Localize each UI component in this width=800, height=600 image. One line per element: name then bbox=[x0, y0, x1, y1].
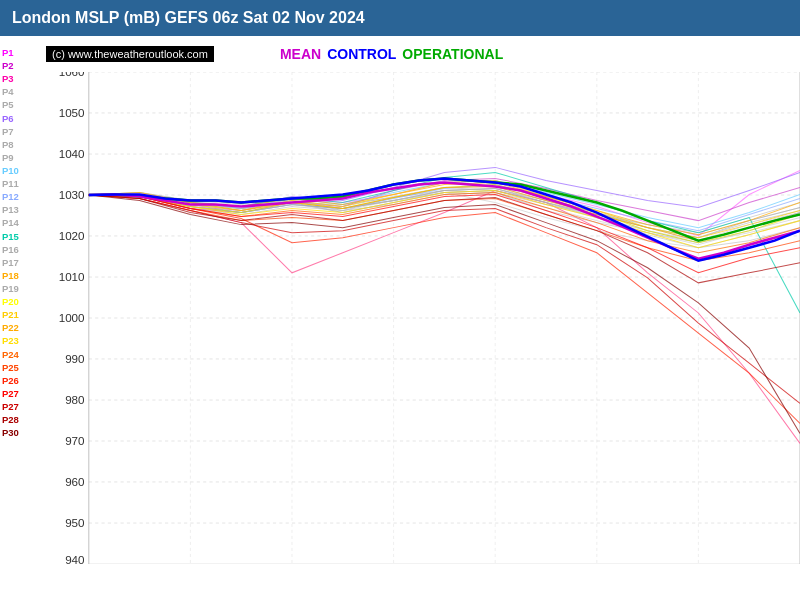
legend-item-p19: P19 bbox=[2, 282, 38, 295]
svg-text:960: 960 bbox=[65, 476, 84, 488]
top-legend: (c) www.theweatheroutlook.com MEAN CONTR… bbox=[38, 36, 800, 72]
legend-item-p26: P26 bbox=[2, 374, 38, 387]
legend-item-p6: P6 bbox=[2, 112, 38, 125]
svg-text:940: 940 bbox=[65, 554, 84, 564]
svg-text:1020: 1020 bbox=[59, 230, 85, 242]
chart-svg: 1060 1050 1040 1030 1020 1010 1000 990 9… bbox=[38, 72, 800, 564]
legend-item-p1: P1 bbox=[2, 46, 38, 59]
chart-title: London MSLP (mB) GEFS 06z Sat 02 Nov 202… bbox=[0, 0, 800, 36]
legend-item-p8: P8 bbox=[2, 138, 38, 151]
x-axis bbox=[38, 564, 800, 600]
legend-item-p9: P9 bbox=[2, 151, 38, 164]
watermark: (c) www.theweatheroutlook.com bbox=[46, 46, 214, 62]
legend-item-p23: P23 bbox=[2, 334, 38, 347]
operational-label: OPERATIONAL bbox=[402, 46, 503, 62]
legend-item-p2: P2 bbox=[2, 59, 38, 72]
legend-item-p5: P5 bbox=[2, 98, 38, 111]
svg-text:1010: 1010 bbox=[59, 271, 85, 283]
legend-item-p7: P7 bbox=[2, 125, 38, 138]
svg-text:1030: 1030 bbox=[59, 189, 85, 201]
legend-item-p21: P21 bbox=[2, 308, 38, 321]
legend-item-p3: P3 bbox=[2, 72, 38, 85]
legend-item-p18: P18 bbox=[2, 269, 38, 282]
svg-text:990: 990 bbox=[65, 353, 84, 365]
legend-item-p24: P24 bbox=[2, 348, 38, 361]
mean-label: MEAN bbox=[280, 46, 321, 62]
legend-item-p12: P12 bbox=[2, 190, 38, 203]
legend-item-p4: P4 bbox=[2, 85, 38, 98]
svg-text:1000: 1000 bbox=[59, 312, 85, 324]
legend-item-p10: P10 bbox=[2, 164, 38, 177]
legend-item-p13: P13 bbox=[2, 203, 38, 216]
legend-item-p11: P11 bbox=[2, 177, 38, 190]
legend-item-p20: P20 bbox=[2, 295, 38, 308]
legend-item-p30: P30 bbox=[2, 426, 38, 439]
legend-item-p16: P16 bbox=[2, 243, 38, 256]
control-label: CONTROL bbox=[327, 46, 396, 62]
svg-text:1050: 1050 bbox=[59, 107, 85, 119]
legend-item-p25: P25 bbox=[2, 361, 38, 374]
left-legend: P1P2P3P4P5P6P7P8P9P10P11P12P13P14P15P16P… bbox=[0, 36, 38, 600]
legend-item-p27: P27 bbox=[2, 400, 38, 413]
legend-item-p22: P22 bbox=[2, 321, 38, 334]
legend-item-p14: P14 bbox=[2, 216, 38, 229]
legend-item-p27: P27 bbox=[2, 387, 38, 400]
svg-text:950: 950 bbox=[65, 517, 84, 529]
svg-text:1060: 1060 bbox=[59, 72, 85, 78]
svg-text:980: 980 bbox=[65, 394, 84, 406]
legend-item-p28: P28 bbox=[2, 413, 38, 426]
svg-text:1040: 1040 bbox=[59, 148, 85, 160]
legend-item-p15: P15 bbox=[2, 230, 38, 243]
legend-item-p17: P17 bbox=[2, 256, 38, 269]
title-text: London MSLP (mB) GEFS 06z Sat 02 Nov 202… bbox=[12, 9, 365, 27]
svg-text:970: 970 bbox=[65, 435, 84, 447]
